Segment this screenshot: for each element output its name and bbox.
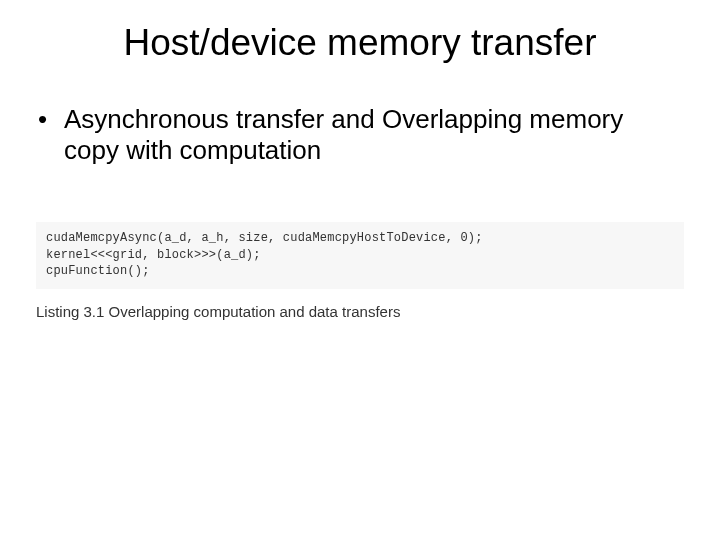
slide: Host/device memory transfer Asynchronous… <box>0 0 720 540</box>
bullet-item: Asynchronous transfer and Overlapping me… <box>38 104 660 166</box>
code-line: cpuFunction(); <box>46 264 150 278</box>
slide-body: Asynchronous transfer and Overlapping me… <box>0 104 720 166</box>
listing-caption: Listing 3.1 Overlapping computation and … <box>36 303 684 320</box>
code-line: cudaMemcpyAsync(a_d, a_h, size, cudaMemc… <box>46 231 483 245</box>
code-listing: cudaMemcpyAsync(a_d, a_h, size, cudaMemc… <box>36 222 684 289</box>
code-line: kernel<<<grid, block>>>(a_d); <box>46 248 261 262</box>
bullet-list: Asynchronous transfer and Overlapping me… <box>38 104 660 166</box>
slide-title: Host/device memory transfer <box>0 0 720 64</box>
